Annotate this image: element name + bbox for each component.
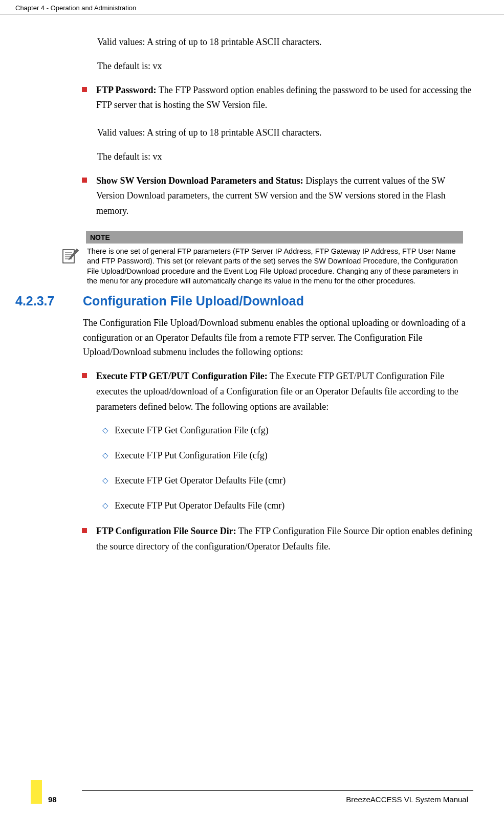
square-bullet-icon — [82, 178, 87, 183]
diamond-icon: ◇ — [102, 501, 108, 510]
paragraph: The default is: vx — [97, 59, 473, 74]
note-block: NOTE There is one set of general FTP par… — [61, 231, 473, 286]
diamond-icon: ◇ — [102, 426, 108, 435]
diamond-text: Execute FTP Put Configuration File (cfg) — [115, 449, 268, 462]
diamond-text: Execute FTP Get Operator Defaults File (… — [115, 474, 286, 488]
note-text: There is one set of general FTP paramete… — [86, 244, 463, 286]
note-pencil-icon — [61, 247, 80, 265]
diamond-item: ◇ Execute FTP Get Operator Defaults File… — [102, 474, 473, 488]
paragraph: Valid values: A string of up to 18 print… — [97, 125, 473, 140]
diamond-icon: ◇ — [102, 476, 108, 485]
bullet-label: FTP Password: — [96, 85, 157, 95]
page-header: Chapter 4 - Operation and Administration — [0, 0, 504, 14]
note-content: NOTE There is one set of general FTP par… — [86, 231, 473, 286]
page-number-box: 98 — [31, 795, 57, 804]
yellow-accent-bar — [31, 780, 42, 804]
bullet-item: Execute FTP GET/PUT Configuration File: … — [82, 369, 473, 414]
chapter-title: Chapter 4 - Operation and Administration — [15, 4, 136, 12]
diamond-item: ◇ Execute FTP Put Configuration File (cf… — [102, 449, 473, 462]
bullet-text: Show SW Version Download Parameters and … — [96, 173, 473, 219]
diamond-text: Execute FTP Get Configuration File (cfg) — [115, 424, 269, 437]
diamond-text: Execute FTP Put Operator Defaults File (… — [115, 499, 284, 513]
bullet-label: Execute FTP GET/PUT Configuration File: — [96, 371, 268, 381]
diamond-item: ◇ Execute FTP Get Configuration File (cf… — [102, 424, 473, 437]
bullet-text: FTP Configuration File Source Dir: The F… — [96, 524, 473, 554]
bullet-item: Show SW Version Download Parameters and … — [82, 173, 473, 219]
section-heading: 4.2.3.7 Configuration File Upload/Downlo… — [15, 294, 473, 308]
note-header: NOTE — [86, 231, 463, 244]
page-footer: 98 BreezeACCESS VL System Manual — [0, 790, 504, 804]
bullet-item: FTP Password: The FTP Password option en… — [82, 83, 473, 113]
bullet-label: Show SW Version Download Parameters and … — [96, 175, 303, 186]
bullet-label: FTP Configuration File Source Dir: — [96, 526, 236, 536]
diamond-item: ◇ Execute FTP Put Operator Defaults File… — [102, 499, 473, 513]
note-icon-column — [61, 231, 86, 286]
diamond-icon: ◇ — [102, 451, 108, 460]
svg-marker-5 — [69, 249, 79, 260]
bullet-text: FTP Password: The FTP Password option en… — [96, 83, 473, 113]
page-content: Valid values: A string of up to 18 print… — [0, 14, 504, 555]
footer-divider — [82, 790, 473, 791]
paragraph: Valid values: A string of up to 18 print… — [97, 35, 473, 50]
square-bullet-icon — [82, 373, 87, 378]
paragraph: The default is: vx — [97, 149, 473, 164]
paragraph: The Configuration File Upload/Download s… — [83, 316, 473, 360]
page-number: 98 — [48, 795, 57, 804]
footer-manual-title: BreezeACCESS VL System Manual — [346, 795, 468, 804]
section-number: 4.2.3.7 — [15, 294, 83, 308]
square-bullet-icon — [82, 87, 87, 92]
bullet-text: Execute FTP GET/PUT Configuration File: … — [96, 369, 473, 414]
section-title: Configuration File Upload/Download — [83, 294, 304, 308]
square-bullet-icon — [82, 528, 87, 533]
bullet-item: FTP Configuration File Source Dir: The F… — [82, 524, 473, 554]
